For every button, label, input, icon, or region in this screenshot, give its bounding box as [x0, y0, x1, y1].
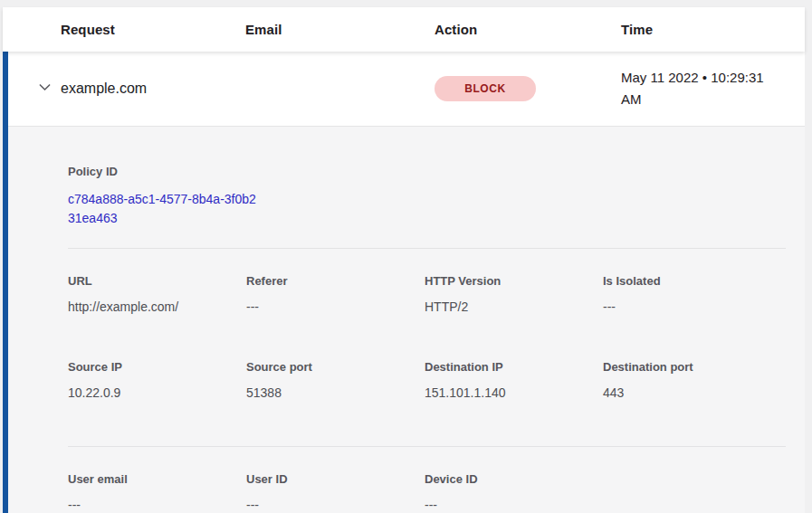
- details-row-1: URL http://example.com/ Referer --- HTTP…: [68, 274, 786, 315]
- status-badge: BLOCK: [435, 76, 536, 101]
- destination-port-field: Destination port 443: [603, 360, 781, 401]
- table-row[interactable]: example.com BLOCK May 11 2022 • 10:29:31…: [8, 52, 805, 127]
- referer-field: Referer ---: [246, 274, 425, 315]
- request-cell: example.com: [61, 81, 245, 97]
- device-id-field: Device ID ---: [425, 472, 603, 513]
- time-cell: May 11 2022 • 10:29:31 AM: [621, 67, 805, 110]
- field-value: ---: [246, 498, 425, 513]
- field-value: 51388: [246, 385, 425, 401]
- field-label: Destination port: [603, 360, 781, 375]
- http-version-field: HTTP Version HTTP/2: [425, 274, 603, 315]
- destination-ip-field: Destination IP 151.101.1.140: [425, 360, 603, 401]
- divider: [68, 248, 786, 249]
- field-label: Source IP: [68, 360, 246, 375]
- field-label: Device ID: [425, 472, 603, 487]
- row-expand-toggle[interactable]: [8, 80, 61, 99]
- field-value: ---: [603, 299, 781, 315]
- column-header-time: Time: [621, 22, 805, 37]
- field-label: User email: [68, 472, 246, 487]
- field-label: Referer: [246, 274, 425, 289]
- field-value: ---: [425, 498, 603, 513]
- source-ip-field: Source IP 10.22.0.9: [68, 360, 246, 401]
- field-value: 151.101.1.140: [425, 385, 603, 401]
- field-value: http://example.com/: [68, 299, 246, 315]
- field-label: Is Isolated: [603, 274, 781, 289]
- field-label: Destination IP: [425, 360, 603, 375]
- column-header-email: Email: [245, 22, 435, 37]
- divider: [68, 446, 786, 447]
- column-header-request: Request: [61, 22, 245, 37]
- policy-id-link[interactable]: c784a888-a5c1-4577-8b4a-3f0b231ea463: [68, 190, 258, 228]
- field-value: ---: [68, 498, 246, 513]
- chevron-down-icon: [37, 80, 53, 99]
- field-label: URL: [68, 274, 246, 289]
- row-details-panel: Policy ID c784a888-a5c1-4577-8b4a-3f0b23…: [8, 127, 805, 513]
- field-label: Source port: [246, 360, 425, 375]
- field-label: User ID: [246, 472, 425, 487]
- user-id-field: User ID ---: [246, 472, 425, 513]
- policy-id-field: Policy ID c784a888-a5c1-4577-8b4a-3f0b23…: [68, 165, 786, 228]
- action-cell: BLOCK: [435, 76, 621, 101]
- field-value: 10.22.0.9: [68, 385, 246, 401]
- policy-id-label: Policy ID: [68, 165, 786, 179]
- table-header-row: Request Email Action Time: [3, 7, 805, 52]
- log-table: Request Email Action Time example.com BL…: [3, 7, 805, 513]
- field-label: HTTP Version: [425, 274, 603, 289]
- details-row-2: Source IP 10.22.0.9 Source port 51388 De…: [68, 360, 786, 401]
- url-field: URL http://example.com/: [68, 274, 246, 315]
- field-value: ---: [246, 299, 425, 315]
- details-row-3: User email --- User ID --- Device ID ---: [68, 472, 786, 513]
- field-value: 443: [603, 385, 781, 401]
- user-email-field: User email ---: [68, 472, 246, 513]
- field-value: HTTP/2: [425, 299, 603, 315]
- expanded-row-group: example.com BLOCK May 11 2022 • 10:29:31…: [3, 52, 805, 513]
- column-header-action: Action: [435, 22, 621, 37]
- source-port-field: Source port 51388: [246, 360, 425, 401]
- is-isolated-field: Is Isolated ---: [603, 274, 781, 315]
